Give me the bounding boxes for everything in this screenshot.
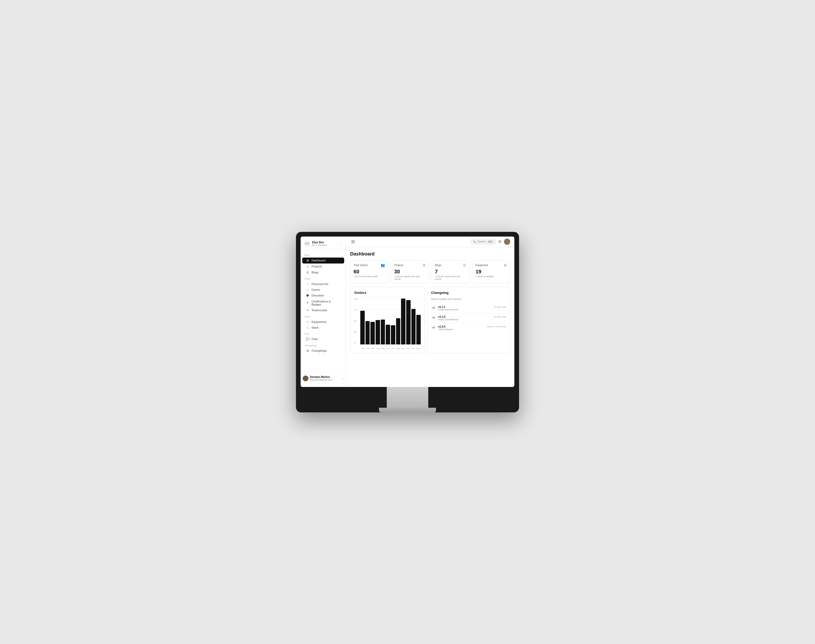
sidebar-item-stack[interactable]: □ Stack <box>302 325 344 330</box>
bar-group <box>396 298 401 345</box>
certifications-icon: ✦ <box>306 301 310 305</box>
app: </> Diye Dev ML + Software ⌄ Main ⊞ Dash… <box>301 236 514 387</box>
chat-icon: 💬 <box>306 337 310 341</box>
bar-group <box>416 298 421 345</box>
bar-group <box>376 298 380 345</box>
sidebar-label-testimonials: Testimonials <box>312 309 327 312</box>
sidebar-section-chat: Chat 💬 Chat <box>301 330 346 342</box>
sidebar-label-changelogs: Changelogs <box>312 349 327 352</box>
x-label: Nov <box>411 347 416 350</box>
stat-change-blogs: +100.0% views from last month <box>435 275 467 281</box>
monitor-stand-base <box>379 408 436 412</box>
main-content: 🔍 Search ⌘K ⚙ Dashboard <box>346 236 514 387</box>
bar-group <box>391 298 395 345</box>
bar <box>396 318 401 345</box>
bottom-row: Visitors 100 75 50 25 0 <box>350 287 510 354</box>
sidebar-section-changelogs: Changelogs ⊞ Changelogs <box>301 342 346 354</box>
sidebar-item-equipments[interactable]: □ Equipments <box>302 319 344 325</box>
svg-rect-2 <box>351 242 355 243</box>
x-label: Jan <box>360 347 365 350</box>
bar-group <box>370 298 375 345</box>
changelog-info: v1.1.1 Chat Improvements <box>438 305 491 311</box>
y-label-100: 100 <box>354 298 359 301</box>
x-label: Dec <box>416 347 421 350</box>
testimonials-icon: ✦ <box>306 309 310 312</box>
sidebar-item-blogs[interactable]: ☰ Blogs <box>302 270 344 276</box>
sidebar-item-changelogs[interactable]: ⊞ Changelogs <box>302 348 344 354</box>
y-label-25: 25 <box>354 331 359 333</box>
bar <box>386 325 390 345</box>
sidebar-label-equipments: Equipments <box>312 320 327 324</box>
visitors-stat-icon: 👥 <box>381 263 385 267</box>
stat-card-equipment: Equipment 🖥 19 3 items in wishlist <box>472 261 510 283</box>
education-icon: 🎓 <box>306 294 310 297</box>
sidebar-item-dashboard[interactable]: ⊞ Dashboard <box>302 258 344 264</box>
sidebar-item-certifications[interactable]: ✦ Certifications & Badges <box>302 299 344 307</box>
career-icon: □ <box>306 288 310 291</box>
footer-chevron-icon[interactable]: ⌄ <box>342 377 344 380</box>
blogs-stat-icon: ☰ <box>463 263 466 267</box>
v-badge: v1 <box>431 326 436 329</box>
x-label: May <box>381 347 385 350</box>
changelog-time: about 1 month ago <box>487 325 506 328</box>
header-right: 🔍 Search ⌘K ⚙ <box>471 239 510 245</box>
sidebar-section-label-changelogs: Changelogs <box>301 342 346 348</box>
bar-group <box>365 298 370 345</box>
footer-user-name: Denamo Markos <box>310 376 340 379</box>
sidebar-item-testimonials[interactable]: ✦ Testimonials <box>302 307 344 313</box>
changelog-subtitle: Recent updates and releases <box>431 298 506 301</box>
sidebar-item-projects[interactable]: ◇ Projects <box>302 264 344 270</box>
monitor-outer: </> Diye Dev ML + Software ⌄ Main ⊞ Dash… <box>296 232 519 412</box>
stat-label-projects: Projects <box>394 264 404 267</box>
sidebar-label-education: Education <box>312 294 324 297</box>
stat-value-projects: 30 <box>394 269 426 274</box>
equipment-stat-icon: 🖥 <box>503 263 507 267</box>
equipments-icon: □ <box>306 320 310 324</box>
sidebar-toggle-button[interactable] <box>350 239 356 245</box>
page-title: Dashboard <box>350 251 510 257</box>
bar-group <box>381 298 385 345</box>
x-label: Jul <box>391 347 396 350</box>
x-label: Mar <box>370 347 375 350</box>
bar <box>360 311 365 345</box>
svg-rect-0 <box>351 241 355 241</box>
settings-icon[interactable]: ⚙ <box>498 240 501 244</box>
stat-value-blogs: 7 <box>435 269 467 274</box>
changelog-time: 20 days ago <box>494 305 506 308</box>
search-placeholder: Search <box>477 240 486 243</box>
sidebar-label-blogs: Blogs <box>312 271 319 274</box>
app-header: 🔍 Search ⌘K ⚙ <box>346 236 514 247</box>
monitor-screen: </> Diye Dev ML + Software ⌄ Main ⊞ Dash… <box>301 236 514 387</box>
sidebar-item-career[interactable]: □ Career <box>302 287 344 293</box>
sidebar-item-chat[interactable]: 💬 Chat <box>302 336 344 342</box>
x-label: Jun <box>385 347 390 350</box>
brand-chevron-icon[interactable]: ⌄ <box>340 242 342 245</box>
changelogs-icon: ⊞ <box>306 349 310 353</box>
changelog-info: v1.1.0 Initial Chat Release <box>438 315 491 321</box>
bar-group <box>411 298 416 345</box>
changelog-item: v1 v1.0.0 Initial Release about 1 month … <box>431 323 506 333</box>
stat-card-projects: Projects ⚙ 30 +100.0% views from last mo… <box>391 261 429 283</box>
header-left <box>350 239 356 245</box>
sidebar-section-about: About ○ Personal Info □ Career 🎓 Educati… <box>301 276 346 313</box>
bar <box>406 300 411 345</box>
sidebar-brand: </> Diye Dev ML + Software ⌄ <box>301 240 346 250</box>
search-box[interactable]: 🔍 Search ⌘K <box>471 239 496 245</box>
changelog-title: Changelog <box>431 291 506 294</box>
bar <box>370 322 375 344</box>
svg-rect-1 <box>351 241 355 242</box>
bar-group <box>406 298 411 345</box>
v-badge: v1 <box>431 306 436 310</box>
bar <box>401 299 405 344</box>
sidebar-label-chat: Chat <box>312 337 318 340</box>
sidebar-item-personal-info[interactable]: ○ Personal Info <box>302 281 344 287</box>
bar-group <box>401 298 405 345</box>
sidebar-item-education[interactable]: 🎓 Education <box>302 293 344 299</box>
header-avatar[interactable] <box>504 239 510 245</box>
changelog-version: v1.1.0 <box>438 315 491 318</box>
sidebar-label-personal-info: Personal Info <box>312 282 328 285</box>
y-label-0: 0 <box>354 342 359 345</box>
x-label: Oct <box>406 347 411 350</box>
sidebar-section-label-setup: Setup <box>301 313 346 319</box>
search-shortcut: ⌘K <box>487 240 493 243</box>
